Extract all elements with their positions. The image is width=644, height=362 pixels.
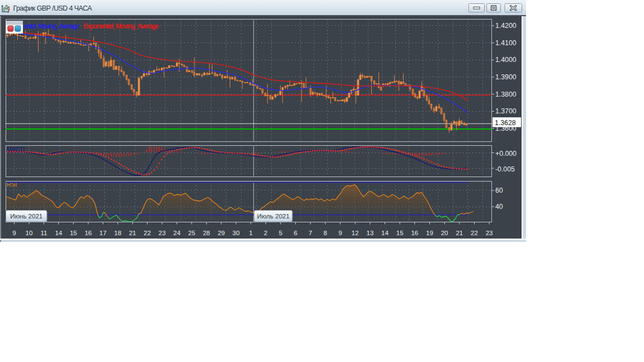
svg-text:15: 15 bbox=[70, 230, 77, 236]
svg-text:16: 16 bbox=[84, 230, 92, 236]
svg-text:21: 21 bbox=[129, 230, 136, 236]
svg-text:1.4100: 1.4100 bbox=[495, 39, 517, 47]
svg-text:+0.000: +0.000 bbox=[495, 150, 517, 158]
svg-text:25: 25 bbox=[188, 230, 196, 236]
svg-text:Июль 2021: Июль 2021 bbox=[257, 213, 290, 220]
svg-text:1.4200: 1.4200 bbox=[495, 22, 517, 30]
svg-text:16: 16 bbox=[411, 230, 418, 236]
svg-text:24: 24 bbox=[173, 230, 181, 236]
svg-text:13: 13 bbox=[367, 230, 374, 236]
svg-text:10: 10 bbox=[26, 230, 33, 236]
svg-text:8: 8 bbox=[324, 230, 327, 236]
svg-text:20: 20 bbox=[441, 230, 448, 236]
svg-text:19: 19 bbox=[426, 230, 433, 236]
svg-text:RSI: RSI bbox=[7, 181, 17, 188]
svg-text:22: 22 bbox=[471, 230, 478, 236]
svg-text:ential_Moving_Average: ential_Moving_Average bbox=[23, 22, 80, 30]
svg-text:15: 15 bbox=[396, 230, 404, 236]
svg-text:1.3628: 1.3628 bbox=[495, 119, 516, 127]
svg-text:Exponential_Moving_Average: Exponential_Moving_Average bbox=[83, 22, 159, 30]
svg-text:12: 12 bbox=[352, 230, 359, 236]
svg-text:29: 29 bbox=[217, 230, 225, 236]
svg-text:5: 5 bbox=[279, 230, 282, 236]
svg-text:График GBP /USD 4 ЧАСА: График GBP /USD 4 ЧАСА bbox=[13, 4, 93, 12]
svg-text:7: 7 bbox=[309, 230, 312, 236]
svg-text:1: 1 bbox=[249, 230, 252, 236]
svg-text:14: 14 bbox=[55, 230, 62, 236]
svg-text:28: 28 bbox=[203, 230, 210, 236]
svg-text:-0.005: -0.005 bbox=[495, 165, 515, 173]
svg-text:9: 9 bbox=[338, 230, 342, 236]
svg-text:Июнь 2021: Июнь 2021 bbox=[10, 213, 42, 220]
svg-text:17: 17 bbox=[100, 230, 107, 236]
svg-text:1.4000: 1.4000 bbox=[495, 56, 517, 64]
svg-text:14: 14 bbox=[381, 230, 389, 236]
svg-text:30: 30 bbox=[233, 230, 240, 236]
svg-text:18: 18 bbox=[114, 230, 121, 236]
svg-text:6: 6 bbox=[293, 230, 297, 236]
svg-text:1.3700: 1.3700 bbox=[495, 107, 517, 115]
svg-text:11: 11 bbox=[40, 230, 47, 236]
svg-text:9: 9 bbox=[12, 230, 16, 236]
svg-text:2: 2 bbox=[264, 230, 267, 236]
svg-text:23: 23 bbox=[159, 230, 166, 236]
svg-text:23: 23 bbox=[486, 230, 493, 236]
svg-text:40: 40 bbox=[495, 203, 503, 211]
svg-text:60: 60 bbox=[495, 187, 503, 194]
svg-text:21: 21 bbox=[456, 230, 463, 236]
svg-text:1.3900: 1.3900 bbox=[495, 73, 517, 81]
svg-text:22: 22 bbox=[144, 230, 151, 236]
svg-text:1.3800: 1.3800 bbox=[495, 90, 517, 98]
